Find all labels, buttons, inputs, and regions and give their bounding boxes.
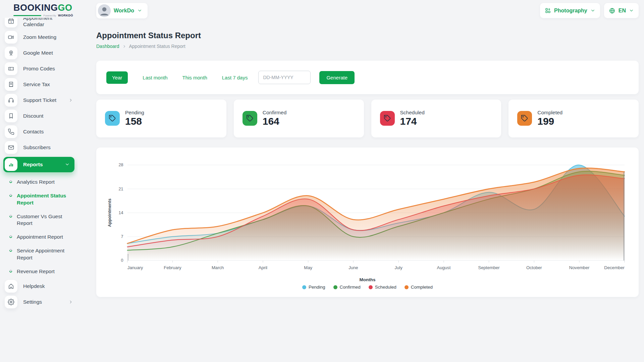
breadcrumb: Dashboard Appointment Status Report	[96, 44, 639, 49]
sidebar-subitem-service-appointment-report[interactable]: Service Appointment Report	[5, 244, 74, 265]
sidebar-subitem-label: Customer Vs Guest Report	[17, 213, 74, 227]
sidebar-subitem-appointment-report[interactable]: Appointment Report	[5, 230, 74, 244]
generate-button[interactable]: Generate	[319, 71, 355, 84]
stat-value: 199	[537, 116, 562, 127]
brand-logo[interactable]: BOOKINGGO Powered By WORKDȮ	[0, 0, 78, 18]
svg-text:April: April	[259, 265, 267, 270]
stat-value: 164	[263, 116, 287, 127]
bullet-icon	[9, 214, 12, 218]
sidebar-subitem-label: Appointment Report	[17, 234, 63, 241]
workspace-label: WorkDo	[114, 8, 134, 14]
legend-dot-icon	[333, 285, 337, 289]
sidebar-nav: 1 Appointment Calendar Zoom Meeting Goog…	[0, 15, 78, 359]
sidebar-subitem-customer-vs-guest-report[interactable]: Customer Vs Guest Report	[5, 210, 74, 231]
video-icon	[5, 31, 17, 44]
area-chart: 07142128JanuaryFebruaryMarchAprilMayJune…	[106, 156, 629, 277]
topbar: WorkDo Photography EN	[96, 0, 639, 19]
sidebar-item-label: Helpdesk	[23, 283, 45, 289]
sidebar-subitem-label: Analytics Report	[17, 179, 55, 186]
sidebar-item-label: Contacts	[23, 128, 44, 135]
ticket-icon	[5, 62, 17, 75]
gear-icon	[5, 296, 17, 308]
svg-text:14: 14	[119, 210, 123, 215]
svg-text:March: March	[212, 265, 224, 270]
brand-name-main: BOOKING	[13, 3, 58, 13]
svg-text:May: May	[304, 265, 312, 270]
workspace-dropdown[interactable]: WorkDo	[96, 3, 148, 18]
svg-text:September: September	[478, 265, 500, 270]
bullet-icon	[9, 193, 12, 197]
legend-label: Confirmed	[340, 285, 361, 290]
this-month-filter-link[interactable]: This month	[182, 75, 207, 80]
stat-card-confirmed: Confirmed 164	[234, 100, 364, 137]
sidebar-item-label: Promo Codes	[23, 65, 55, 72]
svg-text:1: 1	[10, 21, 12, 23]
sidebar-subitem-revenue-report[interactable]: Revenue Report	[5, 265, 74, 279]
legend-item-pending[interactable]: Pending	[302, 285, 325, 290]
stat-label: Confirmed	[263, 110, 287, 116]
date-input[interactable]	[258, 71, 311, 84]
bullet-icon	[9, 180, 12, 183]
svg-text:June: June	[348, 265, 358, 270]
sidebar-item-label: Reports	[23, 161, 43, 168]
sidebar-subitem-appointment-status-report[interactable]: Appointment Status Report	[5, 189, 74, 210]
powered-brand-text: WORKDȮ	[58, 14, 73, 17]
sidebar-item-settings[interactable]: Settings	[5, 296, 74, 308]
legend-label: Completed	[411, 285, 433, 290]
globe-icon	[609, 7, 615, 14]
sidebar-item-helpdesk[interactable]: Helpdesk	[5, 280, 74, 293]
sidebar-item-label: Discount	[23, 113, 43, 119]
bullet-icon	[9, 269, 12, 273]
stat-card-pending: Pending 158	[96, 100, 226, 137]
stat-label: Scheduled	[400, 110, 425, 116]
svg-text:August: August	[437, 265, 450, 270]
year-filter-button[interactable]: Year	[106, 71, 128, 84]
breadcrumb-dashboard-link[interactable]: Dashboard	[96, 44, 119, 49]
sidebar-subitem-analytics-report[interactable]: Analytics Report	[5, 175, 74, 189]
chevron-down-icon	[629, 8, 634, 13]
language-label: EN	[619, 8, 626, 14]
sidebar-item-label: Zoom Meeting	[23, 34, 56, 40]
svg-text:February: February	[164, 265, 181, 270]
bullet-icon	[9, 235, 12, 239]
legend-item-completed[interactable]: Completed	[405, 285, 433, 290]
last-7-days-filter-link[interactable]: Last 7 days	[222, 75, 248, 80]
sidebar-item-service-tax[interactable]: Service Tax	[5, 78, 74, 91]
sidebar-item-google-meet[interactable]: Google Meet	[5, 47, 74, 59]
sidebar-item-support-ticket[interactable]: Support Ticket	[5, 94, 74, 107]
powered-by-text: Powered By	[43, 14, 56, 17]
stat-value: 174	[400, 116, 425, 127]
sidebar-item-contacts[interactable]: Contacts	[5, 125, 74, 138]
tag-icon	[105, 111, 120, 126]
stat-label: Pending	[125, 110, 144, 116]
language-dropdown[interactable]: EN	[604, 3, 639, 18]
tag-icon	[517, 111, 532, 126]
legend-dot-icon	[302, 285, 306, 289]
svg-text:28: 28	[119, 163, 123, 167]
legend-label: Pending	[309, 285, 325, 290]
headset-icon	[5, 94, 17, 107]
svg-text:Appointments: Appointments	[107, 198, 112, 227]
receipt-icon	[5, 78, 17, 91]
page-title: Appointment Status Report	[96, 31, 639, 40]
main-content: WorkDo Photography EN Appointment Status…	[78, 0, 644, 297]
sidebar-item-zoom-meeting[interactable]: Zoom Meeting	[5, 31, 74, 44]
app-switcher-dropdown[interactable]: Photography	[540, 3, 600, 18]
legend-item-confirmed[interactable]: Confirmed	[333, 285, 361, 290]
stat-label: Completed	[537, 110, 562, 116]
chevron-down-icon	[590, 8, 595, 13]
sidebar-item-reports[interactable]: Reports	[3, 157, 74, 172]
chart-legend: Pending Confirmed Scheduled Completed	[106, 285, 629, 291]
sidebar-item-discount[interactable]: Discount	[5, 110, 74, 122]
sidebar-item-label: Support Ticket	[23, 97, 56, 103]
stat-card-scheduled: Scheduled 174	[371, 100, 501, 137]
sidebar-item-promo-codes[interactable]: Promo Codes	[5, 62, 74, 75]
legend-item-scheduled[interactable]: Scheduled	[369, 285, 396, 290]
bar-chart-icon	[5, 158, 17, 171]
sidebar-item-subscribers[interactable]: Subscribers	[5, 141, 74, 154]
last-month-filter-link[interactable]: Last month	[143, 75, 167, 80]
svg-text:October: October	[526, 265, 542, 270]
brand-name-accent: GO	[58, 3, 72, 13]
legend-label: Scheduled	[375, 285, 396, 290]
svg-text:0: 0	[121, 258, 123, 263]
